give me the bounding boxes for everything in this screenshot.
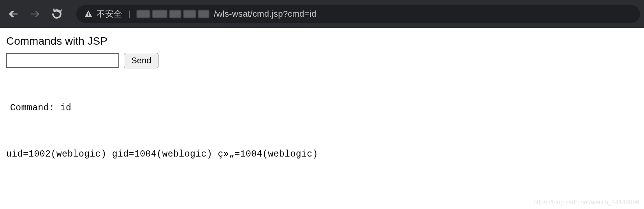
reload-button[interactable] bbox=[48, 5, 66, 23]
browser-toolbar: 不安全 | /wls-wsat/cmd.jsp?cmd=id bbox=[0, 0, 644, 28]
send-button[interactable]: Send bbox=[124, 53, 158, 68]
back-button[interactable] bbox=[4, 5, 23, 23]
address-bar[interactable]: 不安全 | /wls-wsat/cmd.jsp?cmd=id bbox=[76, 5, 640, 23]
command-output: Command: id uid=1002(weblogic) gid=1004(… bbox=[6, 79, 638, 184]
reload-icon bbox=[51, 9, 62, 19]
separator: | bbox=[128, 9, 130, 18]
url-path: /wls-wsat/cmd.jsp?cmd=id bbox=[214, 9, 316, 19]
url-obscured-host bbox=[137, 10, 209, 18]
security-label: 不安全 bbox=[97, 8, 122, 20]
warning-icon bbox=[84, 10, 93, 18]
security-indicator[interactable]: 不安全 bbox=[84, 8, 122, 20]
watermark: https://blog.csdn.net/weixin_44146996 bbox=[533, 199, 639, 206]
page-title: Commands with JSP bbox=[6, 35, 638, 47]
arrow-right-icon bbox=[30, 9, 40, 19]
arrow-left-icon bbox=[8, 9, 19, 19]
command-form: Send bbox=[6, 53, 638, 68]
output-command-line: Command: id bbox=[10, 103, 638, 114]
svg-rect-2 bbox=[88, 12, 89, 14]
svg-rect-3 bbox=[88, 15, 89, 16]
forward-button[interactable] bbox=[26, 5, 44, 23]
command-input[interactable] bbox=[6, 53, 119, 68]
output-result-line: uid=1002(weblogic) gid=1004(weblogic) ç»… bbox=[6, 149, 638, 160]
page-content: Commands with JSP Send Command: id uid=1… bbox=[0, 28, 644, 191]
